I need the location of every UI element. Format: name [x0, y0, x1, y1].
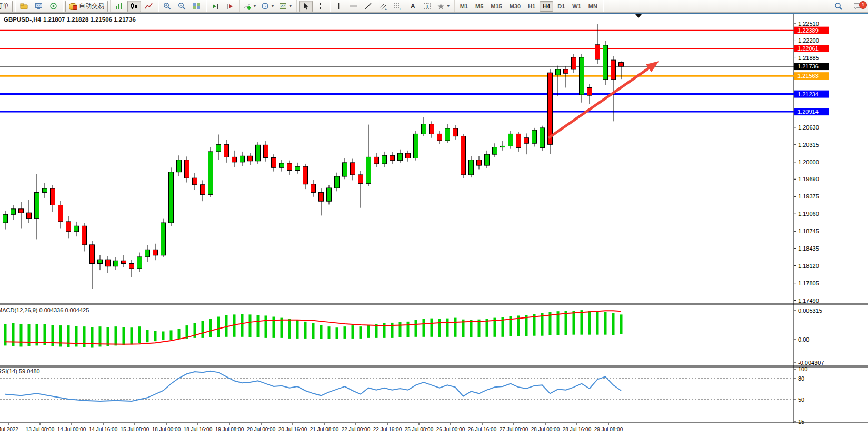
candle-body: [524, 138, 529, 143]
macd-histogram-bar: [67, 325, 70, 347]
period-icon[interactable]: ▼: [260, 1, 276, 12]
auto-scroll-icon[interactable]: [208, 1, 222, 12]
template-icon[interactable]: ▼: [277, 1, 294, 12]
signal-icon[interactable]: [47, 1, 61, 12]
candle-body: [422, 124, 426, 134]
macd-histogram-bar: [131, 327, 133, 344]
trendline-icon[interactable]: [362, 1, 375, 12]
macd-histogram-bar: [304, 322, 307, 339]
macd-histogram-bar: [478, 320, 481, 337]
crosshair-icon[interactable]: [314, 1, 327, 12]
candle-body: [619, 63, 624, 66]
text-icon[interactable]: A: [406, 1, 420, 12]
candle-body: [556, 69, 561, 75]
candle-body: [185, 160, 189, 178]
horizontal-line-icon[interactable]: [347, 1, 361, 12]
shapes-icon[interactable]: ▼: [435, 1, 452, 12]
candle-body: [453, 128, 458, 136]
add-indicator-icon[interactable]: ▼: [242, 1, 258, 12]
candle-body: [445, 128, 450, 141]
candle-body: [248, 156, 253, 161]
time-tick-label: 14 Jul 00:00: [57, 426, 86, 432]
candle-body: [493, 147, 497, 155]
autotrading-button[interactable]: 自动交易: [65, 1, 108, 12]
market-watch-icon[interactable]: [32, 1, 46, 12]
macd-histogram-bar: [588, 311, 591, 335]
system-group: [15, 0, 63, 12]
ohlc-values: 1.21807 1.21828 1.21506 1.21736: [43, 16, 136, 23]
time-tick-label: 21 Jul 08:00: [310, 426, 339, 432]
svg-text:A: A: [411, 3, 415, 10]
zoom-in-icon[interactable]: [161, 1, 174, 12]
candle-body: [98, 260, 103, 263]
candle-body: [177, 160, 182, 172]
rsi-axis-label: 15: [798, 419, 804, 425]
vertical-line-icon[interactable]: [332, 1, 346, 12]
line-chart-icon[interactable]: [142, 1, 156, 12]
price-line-label: 1.21234: [797, 91, 819, 97]
macd-histogram-bar: [146, 330, 149, 342]
candle-body: [485, 154, 490, 165]
search-icon[interactable]: [832, 1, 845, 12]
candle-body: [280, 163, 284, 167]
candle-body: [11, 209, 16, 214]
candle-body: [287, 163, 292, 171]
candle-body: [603, 45, 608, 80]
candle-body: [3, 214, 8, 223]
candle-body: [595, 45, 600, 59]
candle-body: [264, 145, 268, 157]
candle-body: [548, 73, 553, 144]
timeframe-M1[interactable]: M1: [457, 1, 471, 12]
cursor-icon[interactable]: [299, 1, 313, 12]
candle-body: [508, 134, 513, 146]
channel-icon[interactable]: E: [376, 1, 390, 12]
trend-arrow-line: [548, 66, 652, 138]
timeframe-group: M1M5M15M30H1H4D1W1MN: [455, 0, 603, 12]
time-tick-label: 26 Jul 16:00: [468, 426, 497, 432]
candle-body: [106, 260, 111, 266]
macd-histogram-bar: [328, 326, 331, 339]
fibonacci-icon[interactable]: F: [391, 1, 405, 12]
new-order-button[interactable]: 订单: [0, 1, 13, 12]
timeframe-W1[interactable]: W1: [569, 1, 584, 12]
candlestick-chart-icon[interactable]: [127, 1, 141, 12]
bar-chart-icon[interactable]: [113, 1, 126, 12]
chart-profile-icon[interactable]: [17, 1, 31, 12]
timeframe-D1[interactable]: D1: [554, 1, 568, 12]
rsi-indicator-label: RSI(14) 59.0480: [0, 368, 40, 374]
timeframe-M5[interactable]: M5: [472, 1, 486, 12]
macd-histogram-bar: [525, 315, 528, 336]
zoom-out-icon[interactable]: [175, 1, 189, 12]
candle-body: [437, 134, 442, 141]
macd-histogram-bar: [186, 325, 188, 339]
macd-histogram-bar: [344, 326, 346, 339]
toolbar-icon-groups: ▼▼▼EFAT▼: [111, 0, 455, 12]
chart-shift-icon[interactable]: [223, 1, 237, 12]
toolbar-group-5: [297, 0, 330, 12]
price-tick-label: 1.20000: [798, 159, 819, 165]
candle-body: [398, 153, 403, 161]
chart-canvas[interactable]: 1.225101.222001.218851.206301.203151.200…: [0, 0, 868, 437]
timeframe-MN[interactable]: MN: [585, 1, 601, 12]
macd-histogram-bar: [320, 325, 323, 339]
candle-body: [430, 124, 434, 134]
timeframe-H4[interactable]: H4: [540, 1, 553, 12]
rsi-axis-label: 80: [798, 375, 804, 382]
text-label-icon[interactable]: T: [421, 1, 434, 12]
macd-histogram-bar: [217, 317, 220, 337]
candle-body: [587, 87, 592, 95]
timeframe-H1[interactable]: H1: [525, 1, 538, 12]
svg-text:E: E: [385, 7, 387, 11]
chevron-down-icon: ▼: [288, 4, 293, 8]
toolbar-right: 1: [831, 0, 865, 12]
timeframe-M30[interactable]: M30: [506, 1, 524, 12]
candle-body: [469, 160, 474, 175]
macd-histogram-bar: [596, 311, 599, 335]
macd-histogram-bar: [336, 327, 338, 339]
macd-histogram-bar: [123, 327, 125, 345]
timeframe-M15[interactable]: M15: [487, 1, 505, 12]
tile-windows-icon[interactable]: [190, 1, 204, 12]
time-tick-label: 18 Jul 16:00: [184, 426, 213, 432]
macd-histogram-bar: [281, 318, 283, 338]
candle-body: [319, 192, 324, 201]
